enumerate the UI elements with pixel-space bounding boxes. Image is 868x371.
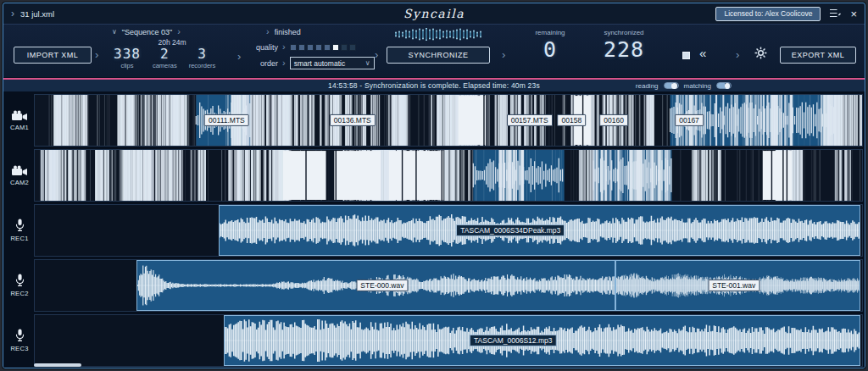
- license-button[interactable]: Licensed to: Alex Coolicove: [715, 7, 821, 21]
- clip-label: TASCAM_0006S34DPeak.mp3: [456, 224, 565, 236]
- settings-group: › finished quality › order › smart autom…: [248, 25, 387, 79]
- flow-chevron-icon: ›: [266, 27, 270, 36]
- rewind-icon[interactable]: «: [699, 47, 706, 59]
- camera-icon: [11, 165, 28, 176]
- statusbar-toggles: readingmatching: [632, 80, 736, 91]
- flow-chevron-icon: ›: [502, 49, 505, 60]
- microphone-icon: [15, 274, 25, 287]
- audio-clip[interactable]: STE-001.wav: [615, 260, 860, 311]
- quality-step[interactable]: [341, 44, 348, 51]
- synchronize-button[interactable]: SYNCHRONIZE: [387, 47, 490, 64]
- flow-chevron-icon: ›: [736, 49, 739, 60]
- track-name: REC1: [10, 235, 28, 242]
- stop-icon[interactable]: [682, 52, 690, 59]
- quality-step[interactable]: [315, 44, 322, 51]
- chevron-right-icon[interactable]: ›: [11, 8, 14, 19]
- waveform-logo-icon: [389, 28, 487, 42]
- status-line: › finished: [266, 27, 301, 36]
- remaining-metric: remaining 0: [520, 29, 580, 61]
- toggle-knob: [725, 83, 731, 89]
- project-title: 31 jul.xml: [20, 9, 54, 19]
- track-head-rec2: REC2: [5, 259, 34, 312]
- quality-row: quality ›: [248, 42, 356, 52]
- order-select[interactable]: smart automatic ∨: [290, 57, 375, 69]
- toggle-label-reading: reading: [636, 82, 659, 90]
- statusbar: 14:53:58 - Synchronization is complete. …: [3, 78, 865, 91]
- remaining-label: remaining: [520, 29, 580, 36]
- audio-clip[interactable]: TASCAM_0006S12.mp3: [224, 315, 861, 366]
- synchronized-value: 228: [587, 38, 661, 61]
- matching-toggle[interactable]: [716, 82, 732, 89]
- clip-label: 00136.MTS: [330, 114, 376, 126]
- export-xml-button[interactable]: EXPORT XML: [780, 47, 856, 64]
- counter-recorders: 3recorders: [189, 47, 216, 69]
- track-row-rec3: REC3TASCAM_0006S12.mp3: [5, 314, 863, 367]
- titlebar: › 31 jul.xml Syncaila Licensed to: Alex …: [3, 3, 865, 24]
- clip-label: STE-000.wav: [356, 280, 408, 291]
- quality-step[interactable]: [290, 44, 297, 51]
- quality-step[interactable]: [307, 44, 314, 51]
- quality-step[interactable]: [349, 44, 356, 51]
- filmstrip: [35, 150, 862, 201]
- close-icon[interactable]: ×: [850, 8, 857, 19]
- synchronized-label: synchronized: [587, 29, 661, 36]
- quality-step[interactable]: [298, 44, 305, 51]
- toggle-knob: [671, 83, 677, 89]
- sequence-name: "Sequence 03": [122, 28, 172, 36]
- counter-cameras: 2cameras: [153, 47, 177, 69]
- track-head-rec1: REC1: [5, 204, 34, 257]
- track-lane-cam2[interactable]: [34, 149, 863, 202]
- flow-chevron-icon: ›: [282, 58, 286, 68]
- app-window: › 31 jul.xml Syncaila Licensed to: Alex …: [3, 3, 865, 368]
- flow-chevron-icon: ›: [282, 42, 286, 52]
- track-row-rec1: REC1TASCAM_0006S34DPeak.mp3: [5, 204, 863, 257]
- track-lane-cam1[interactable]: 00111.MTS00136.MTS00157.MTS0015800160001…: [34, 94, 863, 147]
- flow-chevron-icon: ›: [177, 27, 181, 36]
- camera-icon: [11, 110, 28, 121]
- track-head-cam2: CAM2: [5, 149, 34, 202]
- clip-label: 00111.MTS: [204, 114, 249, 126]
- track-lane-rec2[interactable]: STE-000.wavSTE-001.wav: [34, 259, 863, 312]
- audio-clip[interactable]: TASCAM_0006S34DPeak.mp3: [219, 205, 860, 256]
- timeline: CAM100111.MTS00136.MTS00157.MTS001580016…: [3, 91, 865, 368]
- track-name: REC3: [10, 345, 28, 352]
- counter-value: 338: [114, 47, 141, 60]
- log-icon[interactable]: [830, 6, 841, 21]
- sequence-selector[interactable]: ∨ "Sequence 03" ›: [112, 27, 181, 36]
- track-head-cam1: CAM1: [5, 94, 34, 147]
- titlebar-controls: Licensed to: Alex Coolicove ×: [715, 6, 857, 21]
- quality-step[interactable]: [332, 44, 339, 51]
- track-list: CAM100111.MTS00136.MTS00157.MTS001580016…: [5, 94, 863, 367]
- import-xml-button[interactable]: IMPORT XML: [14, 47, 92, 64]
- quality-step[interactable]: [324, 44, 331, 51]
- track-lane-rec3[interactable]: TASCAM_0006S12.mp3: [34, 314, 863, 367]
- order-label: order: [248, 59, 278, 68]
- audio-clip[interactable]: STE-000.wav: [136, 260, 615, 311]
- counter-value: 3: [198, 47, 207, 60]
- status-label: finished: [275, 28, 301, 36]
- flow-chevron-icon: ›: [375, 49, 378, 60]
- toggle-label-matching: matching: [684, 82, 711, 90]
- track-name: REC2: [10, 290, 28, 297]
- track-name: CAM1: [10, 124, 29, 131]
- track-name: CAM2: [10, 179, 29, 186]
- clip-label: 00158: [558, 114, 587, 126]
- flow-chevron-icon: ›: [95, 49, 98, 60]
- horizontal-scrollbar-thumb[interactable]: [34, 363, 81, 367]
- counter-clips: 338clips: [114, 47, 141, 69]
- track-lane-rec1[interactable]: TASCAM_0006S34DPeak.mp3: [34, 204, 863, 257]
- reading-toggle[interactable]: [664, 82, 679, 89]
- clip-label: 00167: [675, 114, 704, 126]
- track-row-cam1: CAM100111.MTS00136.MTS00157.MTS001580016…: [5, 94, 863, 147]
- microphone-icon: [15, 329, 25, 342]
- clip-label: 00157.MTS: [507, 114, 553, 126]
- quality-label: quality: [248, 43, 278, 52]
- settings-gear-icon[interactable]: [754, 47, 767, 63]
- clip-label: 00160: [599, 114, 628, 126]
- quality-level-control[interactable]: [290, 44, 356, 51]
- microphone-icon: [15, 219, 25, 232]
- order-value: smart automatic: [294, 59, 345, 68]
- counter-label: recorders: [189, 62, 216, 69]
- clip-label: TASCAM_0006S12.mp3: [470, 335, 556, 346]
- sequence-group: ∨ "Sequence 03" › 20h 24m 338clips2camer…: [108, 25, 246, 79]
